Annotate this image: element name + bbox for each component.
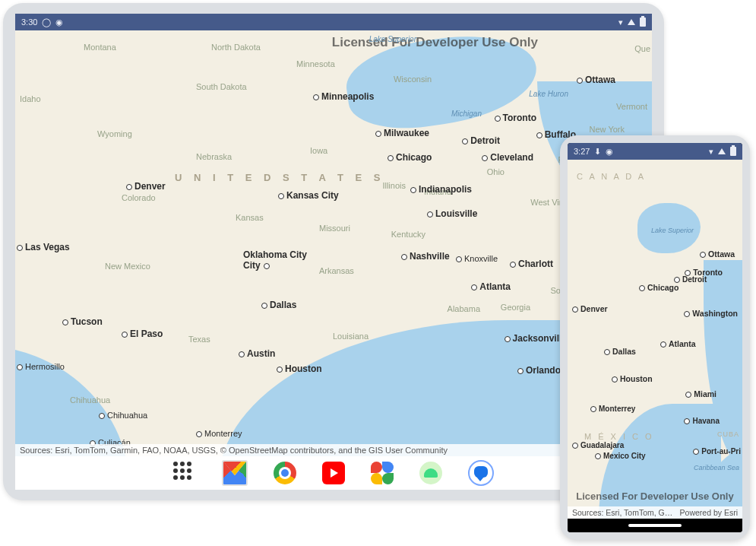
- city-miami: Miami: [685, 389, 716, 398]
- city-nashville: Nashville: [401, 251, 450, 262]
- gmail-icon[interactable]: [222, 460, 248, 486]
- attribution-sources: Sources: Esri, TomTom, Garmin, FAO, NO..…: [572, 508, 675, 517]
- city-orlando: Orlando: [517, 365, 561, 376]
- city-toronto: Toronto: [495, 113, 536, 123]
- signal-icon: [628, 19, 635, 25]
- state-texas: Texas: [188, 335, 210, 344]
- country-label-usa: U N I T E D S T A T E S: [175, 172, 384, 183]
- messages-icon[interactable]: [468, 460, 494, 486]
- city-indy: Indianapolis: [410, 184, 472, 195]
- developer-watermark: Licensed For Developer Use Only: [332, 35, 538, 50]
- tablet-clock: 3:30: [21, 17, 37, 27]
- city-atlanta: Atlanta: [471, 281, 511, 292]
- state-kansas: Kansas: [236, 213, 264, 222]
- city-louisville: Louisville: [427, 208, 477, 219]
- city-chihuahua: Chihuahua: [99, 411, 147, 420]
- state-wyoming: Wyoming: [97, 129, 132, 138]
- city-chicago: Chicago: [639, 283, 679, 292]
- city-lasvegas: Las Vegas: [17, 242, 70, 252]
- caribbean-label: Caribbean Sea: [694, 464, 739, 471]
- city-ottawa: Ottawa: [577, 75, 615, 85]
- state-missouri: Missouri: [319, 224, 350, 233]
- city-chicago: Chicago: [387, 152, 432, 163]
- city-elpaso: El Paso: [122, 329, 163, 339]
- phone-attribution: Sources: Esri, TomTom, Garmin, FAO, NO..…: [568, 506, 742, 519]
- battery-icon: [730, 147, 736, 156]
- city-tucson: Tucson: [62, 316, 103, 327]
- city-dallas: Dallas: [604, 347, 636, 356]
- sync-icon: ◉: [606, 147, 613, 157]
- state-ny: New York: [590, 125, 625, 134]
- chrome-icon[interactable]: [274, 462, 296, 484]
- city-charlotte: Charlott: [510, 259, 553, 269]
- android-icon[interactable]: [419, 462, 442, 484]
- country-mexico: M É X I C O: [584, 432, 654, 441]
- tablet-map-view[interactable]: Licensed For Developer Use Only U N I T …: [15, 30, 652, 456]
- nav-home-pill[interactable]: [628, 524, 682, 527]
- state-chih: Chihuahua: [70, 395, 110, 405]
- state-montana: Montana: [84, 43, 116, 52]
- photos-icon[interactable]: [371, 462, 394, 484]
- city-havana: Havana: [684, 417, 720, 425]
- state-il: Illinois: [382, 181, 406, 190]
- city-monterrey: Monterrey: [196, 429, 242, 438]
- state-que: Que: [634, 44, 650, 53]
- download-icon: ⬇: [594, 147, 601, 157]
- tablet-status-bar: 3:30 ◯ ◉ ▾: [15, 14, 652, 30]
- city-denver: Denver: [126, 181, 166, 192]
- city-detroit: Detroit: [462, 135, 500, 146]
- city-knoxville: Knoxville: [456, 254, 498, 263]
- city-atlanta: Atlanta: [660, 339, 696, 348]
- developer-watermark: Licensed For Developer Use Only: [568, 490, 742, 502]
- city-dallas: Dallas: [261, 300, 296, 310]
- city-portauprince: Port-au-Pri: [693, 447, 741, 456]
- city-detroit: Detroit: [674, 275, 707, 284]
- state-arkansas: Arkansas: [319, 266, 354, 275]
- lake-michigan-label: Michigan: [451, 110, 482, 118]
- phone-map-view[interactable]: C A N A D A M É X I C O CUBA Lake Superi…: [568, 160, 742, 519]
- state-al: Alabama: [448, 304, 480, 313]
- phone-nav-bar[interactable]: [568, 519, 742, 532]
- country-canada: C A N A D A: [577, 172, 646, 181]
- state-ky: Kentucky: [391, 230, 425, 239]
- lake-superior-label: Lake Superior: [651, 227, 694, 234]
- state-ohio: Ohio: [487, 167, 505, 176]
- wifi-icon: ▾: [709, 147, 713, 157]
- battery-icon: [640, 17, 646, 27]
- city-kc: Kansas City: [278, 190, 339, 201]
- tablet-dock: [15, 456, 652, 490]
- state-mn: Minnesota: [296, 59, 335, 68]
- city-houston: Houston: [612, 374, 653, 383]
- city-jacksonville: Jacksonville: [505, 333, 567, 344]
- state-sd: South Dakota: [196, 82, 247, 91]
- phone-clock: 3:27: [574, 147, 590, 156]
- state-colorado: Colorado: [122, 193, 156, 202]
- apps-icon[interactable]: [173, 462, 196, 484]
- city-mexicocity: Mexico City: [595, 452, 646, 460]
- youtube-icon[interactable]: [322, 462, 345, 484]
- city-milwaukee: Milwaukee: [375, 128, 429, 138]
- state-nd: North Dakota: [211, 43, 261, 52]
- state-ga: Georgia: [501, 303, 530, 312]
- city-ottawa: Ottawa: [700, 249, 735, 259]
- no-sim-icon: ◯: [42, 17, 51, 27]
- state-idaho: Idaho: [20, 94, 41, 103]
- lake-superior-label: Lake Superior: [369, 35, 416, 43]
- signal-icon: [718, 148, 726, 154]
- city-cleveland: Cleveland: [482, 152, 533, 163]
- lake-huron-label: Lake Huron: [529, 90, 568, 98]
- city-okc: Oklahoma CityCity: [243, 249, 307, 271]
- state-iowa: Iowa: [310, 146, 327, 155]
- city-denver: Denver: [572, 304, 608, 313]
- attribution-poweredby: Powered by Esri: [680, 508, 738, 517]
- phone-screen: 3:27 ⬇ ◉ ▾ C A N A D A M É X I C O CUBA …: [568, 143, 742, 532]
- state-la: Louisiana: [333, 332, 369, 341]
- tablet-screen: 3:30 ◯ ◉ ▾ Licensed For Developer Use On…: [15, 14, 652, 490]
- country-cuba: CUBA: [717, 430, 739, 438]
- city-hermosillo: Hermosillo: [17, 362, 65, 371]
- city-houston: Houston: [277, 363, 322, 374]
- city-monterrey: Monterrey: [590, 405, 635, 413]
- phone-status-bar: 3:27 ⬇ ◉ ▾: [568, 143, 742, 160]
- phone-device: 3:27 ⬇ ◉ ▾ C A N A D A M É X I C O CUBA …: [560, 135, 750, 540]
- tablet-attribution: Sources: Esri, TomTom, Garmin, FAO, NOAA…: [15, 444, 652, 456]
